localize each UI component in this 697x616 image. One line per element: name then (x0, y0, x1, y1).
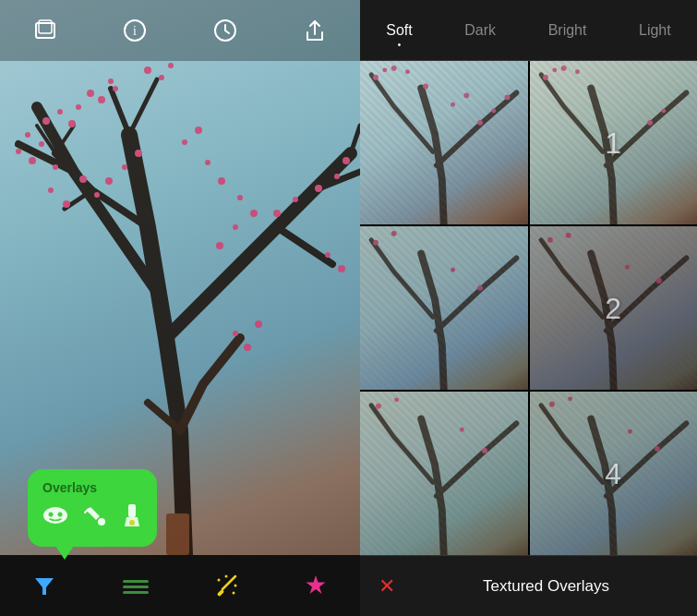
overlay-cell-2[interactable]: 1 (530, 61, 698, 224)
svg-point-10 (144, 66, 151, 74)
svg-point-0 (42, 117, 50, 125)
svg-point-12 (108, 79, 114, 84)
bottom-bar-title: Textured Overlays (414, 577, 679, 596)
svg-point-2 (68, 120, 76, 127)
overlay-number-4: 2 (605, 291, 621, 325)
svg-point-47 (43, 507, 67, 524)
svg-point-8 (76, 104, 81, 110)
history-button[interactable] (205, 10, 246, 51)
svg-point-50 (98, 518, 105, 525)
thumbnail-grid: 1 2 (360, 61, 697, 555)
filter-button[interactable] (31, 573, 57, 598)
svg-point-34 (237, 195, 243, 200)
svg-point-16 (334, 174, 340, 179)
svg-rect-57 (123, 591, 149, 594)
svg-point-60 (218, 579, 221, 582)
svg-point-25 (63, 200, 70, 208)
left-panel: i Overlays (0, 0, 360, 616)
svg-marker-64 (306, 575, 325, 594)
svg-point-22 (53, 164, 58, 170)
bottom-toolbar (0, 555, 360, 616)
overlay-cell-1[interactable] (360, 61, 528, 224)
svg-point-23 (79, 175, 87, 183)
paint-bucket-icon[interactable] (83, 503, 107, 533)
svg-marker-54 (35, 578, 54, 595)
info-button[interactable]: i (114, 10, 155, 51)
svg-rect-41 (166, 513, 189, 555)
share-button[interactable] (294, 10, 335, 51)
svg-point-6 (113, 86, 118, 91)
tab-bright[interactable]: Bright (537, 15, 598, 46)
svg-rect-59 (217, 589, 224, 597)
svg-point-17 (342, 157, 350, 164)
svg-point-18 (325, 252, 330, 258)
tab-soft[interactable]: Soft (375, 15, 423, 46)
svg-point-53 (129, 520, 135, 525)
right-panel: Soft Dark Bright Light (360, 0, 697, 616)
svg-point-14 (293, 197, 298, 202)
svg-rect-55 (123, 580, 149, 583)
overlay-number-2: 1 (605, 126, 621, 160)
svg-point-26 (48, 187, 54, 193)
svg-point-27 (135, 150, 142, 157)
svg-point-36 (233, 224, 238, 230)
svg-point-5 (98, 96, 105, 103)
flashlight-icon[interactable] (122, 502, 142, 534)
svg-point-62 (234, 585, 237, 587)
popup-icons (42, 502, 142, 534)
overlay-cell-6[interactable]: 4 (530, 392, 698, 555)
popup-title: Overlays (42, 480, 142, 495)
svg-point-20 (16, 149, 21, 154)
overlay-cell-3[interactable] (360, 226, 528, 390)
overlay-cell-4[interactable]: 2 (530, 226, 698, 390)
svg-point-35 (250, 210, 258, 217)
svg-point-29 (105, 177, 113, 185)
svg-point-30 (182, 139, 187, 145)
svg-point-24 (94, 192, 100, 198)
svg-point-61 (225, 575, 228, 578)
svg-point-7 (87, 90, 94, 97)
svg-point-37 (216, 242, 223, 249)
svg-point-33 (218, 177, 225, 185)
svg-point-32 (205, 160, 210, 165)
cancel-button[interactable]: ✕ (379, 574, 395, 598)
right-bottom-bar: ✕ Textured Overlays (360, 555, 697, 616)
tab-bar: Soft Dark Bright Light (360, 0, 697, 61)
svg-line-58 (222, 576, 235, 589)
svg-point-38 (244, 344, 251, 351)
svg-point-15 (315, 185, 322, 192)
svg-point-1 (57, 109, 63, 115)
svg-point-3 (25, 132, 30, 138)
tab-light[interactable]: Light (628, 15, 682, 46)
svg-rect-56 (123, 586, 149, 588)
svg-point-11 (168, 63, 174, 68)
main-image: i Overlays (0, 0, 360, 616)
star-button[interactable] (303, 573, 329, 598)
overlays-popup: Overlays (28, 469, 157, 547)
magic-wand-button[interactable] (213, 573, 239, 598)
tab-dark[interactable]: Dark (453, 15, 507, 46)
svg-rect-51 (128, 504, 136, 517)
overlay-number-6: 4 (605, 456, 621, 490)
svg-text:i: i (133, 24, 137, 38)
svg-point-31 (195, 127, 202, 134)
svg-point-39 (233, 331, 238, 336)
overlay-cell-5[interactable] (360, 392, 528, 555)
svg-point-19 (338, 265, 345, 272)
menu-button[interactable] (121, 573, 150, 598)
layers-button[interactable] (25, 10, 66, 51)
svg-point-13 (273, 210, 281, 217)
svg-point-9 (159, 75, 164, 80)
svg-point-48 (49, 513, 54, 517)
svg-point-28 (122, 164, 127, 170)
svg-point-21 (29, 157, 36, 164)
top-toolbar: i (0, 0, 360, 61)
svg-point-49 (58, 513, 63, 517)
svg-point-4 (39, 141, 44, 147)
mask-icon[interactable] (42, 505, 68, 531)
svg-point-40 (255, 320, 262, 328)
svg-point-63 (233, 592, 235, 595)
